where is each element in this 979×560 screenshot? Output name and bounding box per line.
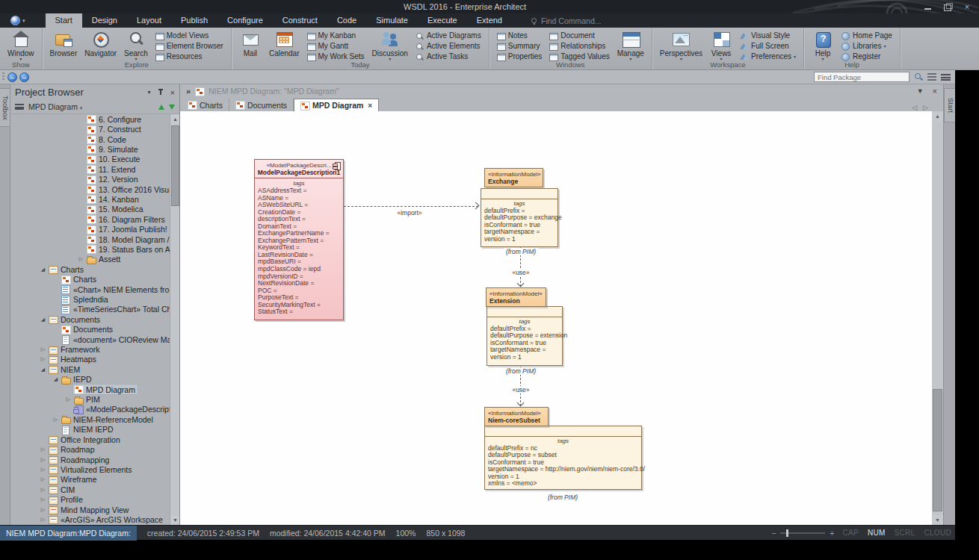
pane-menu-icon[interactable]: ▼ (917, 87, 924, 95)
search-button[interactable]: Search▾ (120, 29, 152, 62)
scrollbar-thumb[interactable] (171, 125, 179, 206)
tree-item-6-configure[interactable]: 6. Configure (10, 114, 170, 124)
tree-item-mind-mapping-view[interactable]: ▷Mind Mapping View (10, 505, 170, 514)
status-toggle-scrl[interactable]: SCRL (895, 529, 915, 537)
resources-item[interactable]: Resources (155, 52, 223, 60)
start-side-tab[interactable]: Start (944, 88, 955, 122)
ribbon-tab-design[interactable]: Design (82, 13, 127, 28)
ribbon-tab-configure[interactable]: Configure (217, 13, 273, 28)
tree-item-office-integration[interactable]: Office Integration (10, 435, 170, 444)
tree-item-arcgis-arcgis-workspace[interactable]: ▷«ArcGIS» ArcGIS Workspace (10, 514, 170, 524)
manage-button[interactable]: Manage▾ (614, 29, 648, 62)
scroll-up-icon[interactable]: ▲ (170, 114, 179, 124)
list-icon[interactable] (927, 73, 936, 81)
tree-item-framework[interactable]: ▷Framework (10, 344, 170, 354)
expand-arrow-icon[interactable]: ▷ (38, 517, 48, 523)
pane-close-icon[interactable]: × (933, 87, 937, 96)
project-tree-scrollbar[interactable]: ▲ ▼ (170, 114, 179, 525)
canvas-scrollbar[interactable]: ▲ ▼ (932, 111, 943, 525)
tree-item-9-simulate[interactable]: 9. Simulate (10, 144, 170, 154)
tree-item-13-office-2016-visual-style[interactable]: 13. Office 2016 Visual style (10, 184, 170, 194)
expand-arrow-icon[interactable]: ▷ (38, 487, 48, 493)
full-screen-item[interactable]: Full Screen (740, 42, 796, 50)
forward-button[interactable]: → (19, 72, 29, 82)
document-tab-mpd-diagram[interactable]: MPD Diagram× (294, 99, 379, 111)
ribbon-tab-publish[interactable]: Publish (171, 13, 217, 28)
tree-item-wireframe[interactable]: ▷Wireframe (10, 475, 170, 485)
register-item[interactable]: Register (841, 52, 892, 60)
zoom-out-icon[interactable]: − (771, 529, 776, 538)
calendar-button[interactable]: Calendar (265, 29, 303, 58)
zoom-in-icon[interactable]: + (830, 529, 834, 538)
tree-item-pim[interactable]: ▷PIM (10, 394, 170, 404)
expand-arrow-icon[interactable]: ▷ (38, 447, 48, 452)
my-gantt-item[interactable]: My Gantt (307, 42, 365, 50)
tree-item-15-modelica[interactable]: 15. Modelica (10, 205, 170, 214)
zoom-handle[interactable] (786, 529, 788, 537)
expand-arrow-icon[interactable]: ◢ (51, 376, 61, 382)
ribbon-tab-extend[interactable]: Extend (467, 13, 512, 28)
panel-menu-icon[interactable]: ▾ (148, 89, 151, 96)
tree-item-document-cioreview-magazine[interactable]: «document» CIOReview Magazine (10, 335, 170, 344)
close-button[interactable]: × (963, 3, 972, 11)
tab-scroll-arrows[interactable]: ◁▷ (912, 104, 943, 111)
summary-item[interactable]: Summary (497, 42, 543, 50)
find-package-input[interactable] (814, 72, 909, 82)
tree-item-modelpackagedescription-modelpa[interactable]: «ModelPackageDescription» ModelPa (10, 405, 170, 414)
ribbon-tab-simulate[interactable]: Simulate (366, 13, 418, 28)
mail-button[interactable]: Mail (235, 29, 265, 58)
uml-component-modelpackagedescription1[interactable]: «ModelPackageDescri... ModelPackageDescr… (254, 159, 344, 320)
tree-item-cim[interactable]: ▷CIM (10, 485, 170, 494)
expand-arrow-icon[interactable]: ◢ (38, 267, 48, 273)
diagram-selector[interactable]: MPD Diagram ▾ (28, 102, 154, 111)
ribbon-tab-layout[interactable]: Layout (127, 13, 171, 28)
app-menu-button[interactable]: ▾ (0, 13, 32, 28)
tree-item-timeserieschart-total-changes[interactable]: «TimeSeriesChart» Total Changes (10, 305, 170, 314)
expand-arrow-icon[interactable]: ▷ (38, 467, 48, 473)
tagged-values-item[interactable]: Tagged Values (549, 52, 609, 60)
tree-item-profile[interactable]: ▷Profile (10, 494, 170, 504)
discussion-button[interactable]: Discussion▾ (368, 29, 412, 62)
window-button[interactable]: Window▾ (4, 29, 38, 62)
expand-arrow-icon[interactable]: ▷ (64, 396, 73, 402)
notes-item[interactable]: Notes (497, 31, 543, 40)
tree-item-8-code[interactable]: 8. Code (10, 134, 170, 144)
import-connector[interactable] (344, 206, 478, 207)
scroll-up-icon[interactable]: ▲ (932, 111, 943, 121)
expand-arrow-icon[interactable]: ◢ (38, 367, 48, 373)
ribbon-tab-code[interactable]: Code (327, 13, 366, 28)
diagram-canvas[interactable]: «ModelPackageDescri... ModelPackageDescr… (180, 111, 932, 525)
element-browser-item[interactable]: Element Browser (155, 42, 223, 50)
help-button[interactable]: Help▾ (808, 29, 838, 62)
tree-item-charts[interactable]: Charts (10, 275, 170, 284)
scroll-down-icon[interactable]: ▼ (170, 515, 179, 525)
status-toggle-cloud[interactable]: CLOUD (924, 529, 951, 537)
back-button[interactable]: ← (7, 72, 17, 82)
tree-item-niem-referencemodel[interactable]: ▷NIEM-ReferenceModel (10, 414, 170, 424)
tab-list-chevron-icon[interactable]: » (186, 87, 191, 96)
tree-item-10-execute[interactable]: 10. Execute (10, 155, 170, 164)
tree-item-documents[interactable]: Documents (10, 325, 170, 335)
ribbon-tab-execute[interactable]: Execute (418, 13, 467, 28)
scrollbar-thumb[interactable] (933, 389, 942, 511)
status-toggle-cap[interactable]: CAP (842, 529, 858, 537)
active-diagrams-item[interactable]: Active Diagrams (416, 31, 481, 40)
tree-item-chart-niem-elements-from-a-sparx-clou[interactable]: «Chart» NIEM Elements from a Sparx Clou (10, 284, 170, 294)
tree-item-12-version[interactable]: 12. Version (10, 174, 170, 184)
hamburger-icon[interactable] (15, 104, 24, 110)
tree-item-19-status-bars-on-any-element[interactable]: 19. Status Bars on Any Element (10, 244, 170, 254)
minimize-button[interactable] (924, 3, 933, 11)
document-item[interactable]: Document (549, 31, 609, 40)
toolbox-side-tab[interactable]: Toolbox (0, 88, 10, 127)
status-toggle-num[interactable]: NUM (868, 529, 886, 537)
document-tab-documents[interactable]: Documents (229, 99, 294, 111)
tree-item-charts[interactable]: ◢Charts (10, 264, 170, 274)
preferences-item[interactable]: Preferences▾ (740, 52, 796, 60)
panel-close-icon[interactable]: × (170, 89, 175, 96)
expand-arrow-icon[interactable]: ▷ (38, 457, 48, 463)
tree-item-assett[interactable]: ▷Assett (10, 255, 170, 264)
browser-button[interactable]: Browser (46, 29, 81, 58)
hamburger-menu-icon[interactable] (941, 74, 951, 81)
expand-arrow-icon[interactable]: ▷ (51, 417, 61, 423)
pin-icon[interactable] (158, 89, 164, 96)
